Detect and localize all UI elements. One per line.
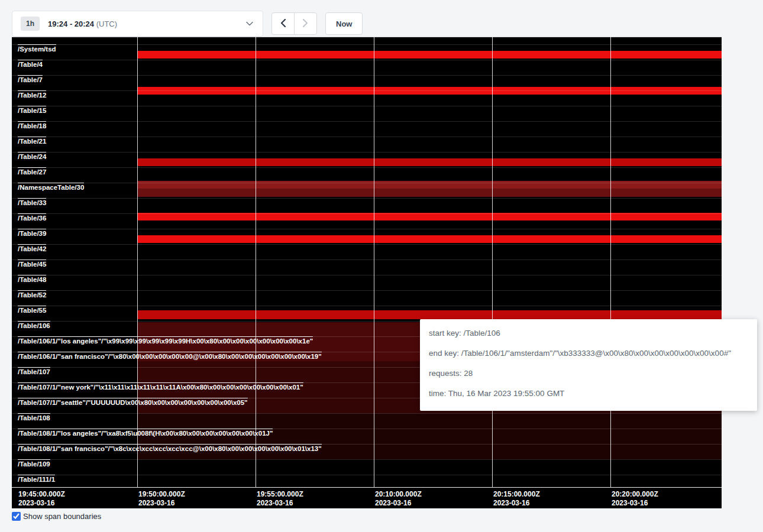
tick-date: 2023-03-16 [257, 499, 303, 508]
now-button[interactable]: Now [325, 12, 363, 35]
chevron-down-icon [246, 21, 253, 26]
tick-time: 20:10:00.000Z [375, 490, 422, 499]
row-label: /Table/45 [18, 259, 46, 268]
tooltip-start-key: start key: /Table/106 [429, 327, 748, 339]
row-label: /Table/106/1/"san francisco"/"\x80\x00\x… [18, 352, 322, 361]
prev-time-button[interactable] [271, 12, 295, 35]
heat-band [137, 235, 722, 243]
tick-time: 19:45:00.000Z [18, 490, 65, 499]
row-label: /Table/107/1/"new york"/"\x11\x11\x11\x1… [18, 382, 303, 391]
key-visualizer-canvas[interactable]: /System/tsd /Table/4 /Table/7 /Table/12 … [12, 37, 722, 508]
time-range-selector[interactable]: 1h 19:24 - 20:24 (UTC) [12, 11, 263, 37]
row-label: /Table/109 [18, 459, 50, 468]
time-gridline [374, 37, 374, 487]
time-gridline [492, 37, 493, 487]
row-label: /Table/21 [18, 137, 46, 145]
row-label: /Table/33 [18, 198, 46, 207]
row-label: /Table/7 [18, 75, 43, 84]
row-label: /Table/42 [18, 244, 46, 253]
row-label: /Table/36 [18, 213, 46, 222]
heat-band [137, 310, 722, 319]
row-label: /Table/111/1 [18, 475, 55, 484]
heat-band [137, 158, 722, 166]
time-zone-label: (UTC) [96, 20, 117, 28]
canvas-top-boundary [12, 37, 722, 37]
tick-time: 20:15:00.000Z [493, 490, 540, 499]
row-label: /Table/18 [18, 121, 46, 130]
tick-time: 19:55:00.000Z [257, 490, 303, 499]
x-axis-tick: 20:10:00.000Z 2023-03-16 [375, 490, 422, 508]
row-label: /Table/24 [18, 152, 46, 161]
toolbar: 1h 19:24 - 20:24 (UTC) Now [12, 11, 363, 37]
x-axis: 19:45:00.000Z 2023-03-16 19:50:00.000Z 2… [12, 487, 722, 508]
tick-time: 20:20:00.000Z [612, 490, 658, 499]
next-time-button[interactable] [294, 12, 317, 35]
row-label: /Table/39 [18, 229, 46, 238]
heat-band [137, 87, 722, 95]
tick-date: 2023-03-16 [612, 499, 658, 508]
heat-band [137, 181, 722, 189]
tooltip-requests: requests: 28 [429, 367, 748, 379]
tick-date: 2023-03-16 [493, 499, 540, 508]
row-label: /Table/107/1/"seattle"/"UUUUUUD\x00\x80\… [18, 398, 248, 407]
time-gridline [137, 37, 138, 487]
tick-date: 2023-03-16 [18, 499, 65, 508]
row-label: /Table/108/1/"los angeles"/"\xa8\xf5\u00… [18, 429, 273, 437]
row-label: /Table/107 [18, 367, 50, 376]
tooltip-time: time: Thu, 16 Mar 2023 19:55:00 GMT [429, 387, 748, 400]
row-label: /System/tsd [18, 44, 56, 53]
row-label: /NamespaceTable/30 [18, 183, 84, 192]
heat-band [137, 189, 722, 197]
show-span-boundaries-checkbox[interactable] [12, 512, 21, 521]
chevron-left-icon [280, 19, 286, 29]
show-span-boundaries-label: Show span boundaries [23, 512, 101, 521]
row-label: /Table/55 [18, 306, 46, 314]
tooltip-end-key: end key: /Table/106/1/"amsterdam"/"\xb33… [429, 347, 748, 359]
chevron-right-icon [303, 19, 308, 29]
row-label: /Table/108 [18, 413, 50, 422]
x-axis-tick: 19:50:00.000Z 2023-03-16 [138, 490, 185, 508]
row-label: /Table/106 [18, 321, 50, 330]
row-label: /Table/106/1/"los angeles"/"\x99\x99\x99… [18, 336, 313, 345]
time-range-value: 19:24 - 20:24 [48, 20, 94, 28]
time-gridline [256, 37, 256, 487]
row-label: /Table/12 [18, 90, 46, 99]
tick-time: 19:50:00.000Z [138, 490, 185, 499]
hover-tooltip: start key: /Table/106 end key: /Table/10… [420, 319, 757, 411]
x-axis-tick: 20:15:00.000Z 2023-03-16 [493, 490, 540, 508]
tick-date: 2023-03-16 [375, 499, 422, 508]
x-axis-tick: 20:20:00.000Z 2023-03-16 [612, 490, 658, 508]
time-nav-group [271, 12, 317, 35]
row-label: /Table/4 [18, 60, 43, 69]
row-label: /Table/27 [18, 167, 46, 176]
show-span-boundaries-control[interactable]: Show span boundaries [12, 512, 101, 521]
tick-date: 2023-03-16 [138, 499, 185, 508]
time-window-badge: 1h [21, 17, 40, 31]
row-label: /Table/48 [18, 275, 46, 284]
x-axis-tick: 19:45:00.000Z 2023-03-16 [18, 490, 65, 508]
row-label: /Table/15 [18, 106, 46, 115]
row-label: /Table/52 [18, 290, 46, 299]
time-gridline [610, 37, 611, 487]
x-axis-tick: 19:55:00.000Z 2023-03-16 [257, 490, 303, 508]
heat-band [137, 51, 722, 59]
time-range-label: 19:24 - 20:24 (UTC) [48, 20, 117, 28]
heat-band [137, 213, 722, 220]
row-label: /Table/108/1/"san francisco"/"\x8c\xcc\x… [18, 444, 322, 453]
